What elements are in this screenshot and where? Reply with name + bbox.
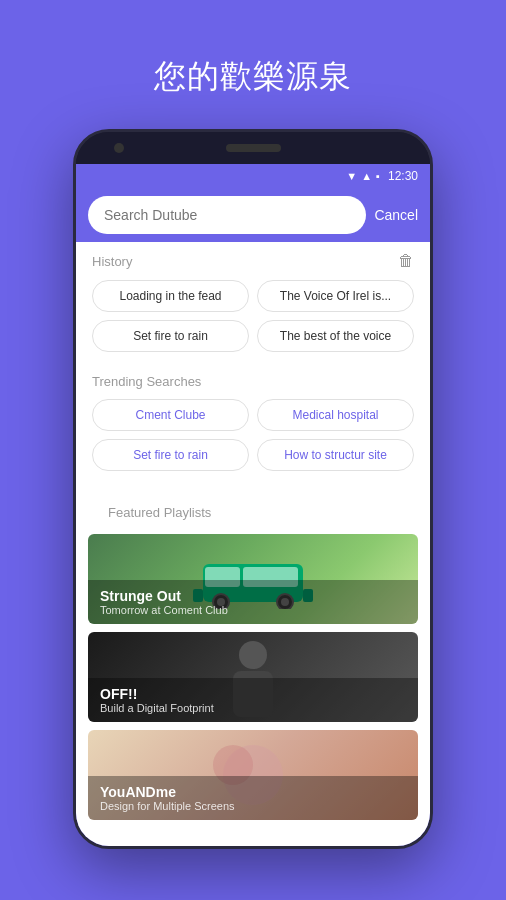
svg-point-9 (239, 641, 267, 669)
trending-chip-3[interactable]: How to structur site (257, 439, 414, 471)
playlist-card-0[interactable]: Strunge Out Tomorrow at Coment Club (88, 534, 418, 624)
trending-chip-1[interactable]: Medical hospital (257, 399, 414, 431)
history-chip-0[interactable]: Loading in the fead (92, 280, 249, 312)
speaker-grille (226, 144, 281, 152)
history-header: History 🗑 (76, 242, 430, 276)
history-chip-1[interactable]: The Voice Of Irel is... (257, 280, 414, 312)
status-icons: ▼ ▲ ▪ (346, 170, 380, 182)
trending-chips: Cment Clube Medical hospital Set fire to… (76, 395, 430, 479)
screen: ▼ ▲ ▪ 12:30 Cancel History 🗑 Loading in … (76, 164, 430, 846)
time-display: 12:30 (388, 169, 418, 183)
featured-label: Featured Playlists (92, 501, 227, 528)
search-bar-container: Cancel (76, 188, 430, 242)
history-chips: Loading in the fead The Voice Of Irel is… (76, 276, 430, 360)
playlist-title-2: YouANDme (100, 784, 406, 800)
playlist-subtitle-1: Build a Digital Footprint (100, 702, 406, 714)
playlist-subtitle-2: Design for Multiple Screens (100, 800, 406, 812)
trending-header: Trending Searches (76, 364, 430, 395)
history-chip-3[interactable]: The best of the voice (257, 320, 414, 352)
playlist-card-2[interactable]: YouANDme Design for Multiple Screens (88, 730, 418, 820)
status-bar: ▼ ▲ ▪ 12:30 (76, 164, 430, 188)
search-input[interactable] (88, 196, 366, 234)
playlist-title-1: OFF!! (100, 686, 406, 702)
signal-icon: ▲ (361, 170, 372, 182)
phone-frame: ▼ ▲ ▪ 12:30 Cancel History 🗑 Loading in … (73, 129, 433, 849)
history-label: History (92, 254, 132, 269)
battery-icon: ▪ (376, 170, 380, 182)
playlist-cards: Strunge Out Tomorrow at Coment Club (76, 534, 430, 828)
playlist-overlay-1: OFF!! Build a Digital Footprint (88, 678, 418, 722)
cancel-button[interactable]: Cancel (374, 207, 418, 223)
playlist-overlay-0: Strunge Out Tomorrow at Coment Club (88, 580, 418, 624)
trending-section: Trending Searches Cment Clube Medical ho… (76, 360, 430, 483)
camera-dot (114, 143, 124, 153)
trending-chip-2[interactable]: Set fire to rain (92, 439, 249, 471)
content-panel: History 🗑 Loading in the fead The Voice … (76, 242, 430, 846)
page-title: 您的歡樂源泉 (154, 55, 352, 99)
featured-header: Featured Playlists (76, 491, 430, 534)
trending-label: Trending Searches (92, 374, 201, 389)
trending-chip-0[interactable]: Cment Clube (92, 399, 249, 431)
history-chip-2[interactable]: Set fire to rain (92, 320, 249, 352)
playlist-card-1[interactable]: OFF!! Build a Digital Footprint (88, 632, 418, 722)
wifi-icon: ▼ (346, 170, 357, 182)
trash-icon[interactable]: 🗑 (398, 252, 414, 270)
playlist-overlay-2: YouANDme Design for Multiple Screens (88, 776, 418, 820)
history-section: History 🗑 Loading in the fead The Voice … (76, 242, 430, 360)
featured-section: Featured Playlists (76, 483, 430, 832)
playlist-title-0: Strunge Out (100, 588, 406, 604)
playlist-subtitle-0: Tomorrow at Coment Club (100, 604, 406, 616)
phone-top-bar (76, 132, 430, 164)
